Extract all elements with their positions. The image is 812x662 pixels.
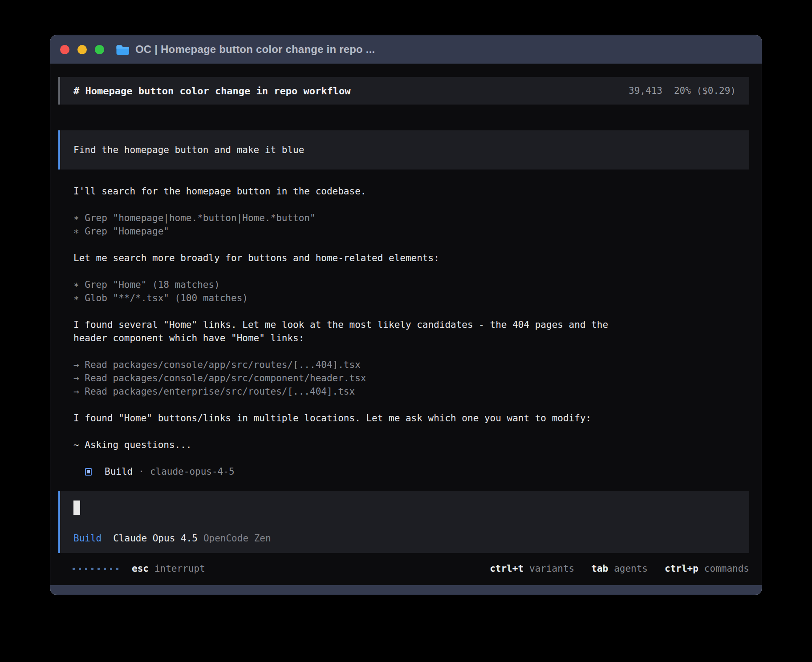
asking-status: ~ Asking questions... (73, 438, 749, 452)
input-provider-label: OpenCode Zen (203, 533, 271, 544)
minimize-button[interactable] (77, 45, 87, 54)
hint-commands: ctrl+p commands (665, 563, 749, 574)
tool-call-group: → Read packages/console/app/src/routes/[… (73, 358, 749, 398)
user-message-text: Find the homepage button and make it blu… (73, 145, 304, 155)
text-cursor (73, 501, 80, 515)
interrupt-label: interrupt (154, 563, 205, 574)
assistant-text: I found "Home" buttons/links in multiple… (73, 412, 749, 425)
terminal-content: # Homepage button color change in repo w… (50, 64, 762, 585)
window-title: OC | Homepage button color change in rep… (135, 43, 375, 56)
agent-model: claude-opus-4-5 (150, 466, 235, 477)
agent-build-icon (85, 468, 92, 476)
zoom-button[interactable] (95, 45, 104, 54)
hint-agents: tab agents (591, 563, 648, 574)
titlebar: OC | Homepage button color change in rep… (50, 35, 762, 64)
session-header: # Homepage button color change in repo w… (58, 77, 749, 105)
hint-variants: ctrl+t variants (490, 563, 574, 574)
conversation: I'll search for the homepage button in t… (58, 185, 749, 478)
spinner-dots (73, 568, 118, 570)
assistant-text: I found several "Home" links. Let me loo… (73, 318, 749, 345)
folder-icon (116, 44, 130, 55)
input-agent-label: Build (73, 533, 102, 544)
tool-call-group: ∗ Grep "homepage|home.*button|Home.*butt… (73, 211, 749, 238)
tool-call-read: → Read packages/console/app/src/routes/[… (73, 358, 749, 371)
assistant-text: I'll search for the homepage button in t… (73, 185, 749, 198)
tool-call-grep: ∗ Grep "homepage|home.*button|Home.*butt… (73, 211, 749, 225)
spinner-dot (73, 568, 75, 570)
spinner-dot (91, 568, 93, 570)
close-button[interactable] (60, 45, 69, 54)
context-cost: 20% ($0.29) (674, 85, 736, 96)
tool-call-read: → Read packages/console/app/src/componen… (73, 371, 749, 385)
tool-call-grep: ∗ Grep "Homepage" (73, 225, 749, 238)
agent-status-line: Build · claude-opus-4-5 (85, 465, 749, 478)
tool-call-read: → Read packages/enterprise/src/routes/[.… (73, 385, 749, 398)
spinner-dot (79, 568, 81, 570)
spinner-dot (85, 568, 87, 570)
input-footer: Build Claude Opus 4.5 OpenCode Zen (73, 532, 736, 545)
terminal-window: OC | Homepage button color change in rep… (50, 35, 762, 595)
separator-dot: · (138, 466, 144, 477)
spinner-dot (104, 568, 106, 570)
tool-call-grep: ∗ Grep "Home" (18 matches) (73, 278, 749, 291)
prompt-input[interactable]: Build Claude Opus 4.5 OpenCode Zen (58, 491, 749, 553)
status-bar: esc interrupt ctrl+t variants tab agents… (58, 562, 749, 575)
session-stats: 39,413 20% ($0.29) (629, 85, 736, 96)
spinner-dot (116, 568, 118, 570)
session-title: # Homepage button color change in repo w… (73, 85, 629, 97)
user-message: Find the homepage button and make it blu… (58, 130, 749, 170)
agent-name: Build (105, 466, 133, 477)
traffic-lights (60, 45, 104, 54)
token-count: 39,413 (629, 85, 662, 96)
spinner-dot (110, 568, 112, 570)
keyboard-hints: ctrl+t variants tab agents ctrl+p comman… (490, 563, 749, 574)
spinner-dot (97, 568, 100, 570)
input-model-label: Claude Opus 4.5 (113, 533, 198, 544)
tool-call-group: ∗ Grep "Home" (18 matches) ∗ Glob "**/*.… (73, 278, 749, 305)
assistant-text: Let me search more broadly for buttons a… (73, 251, 749, 265)
interrupt-key: esc (132, 563, 149, 574)
tool-call-glob: ∗ Glob "**/*.tsx" (100 matches) (73, 291, 749, 305)
